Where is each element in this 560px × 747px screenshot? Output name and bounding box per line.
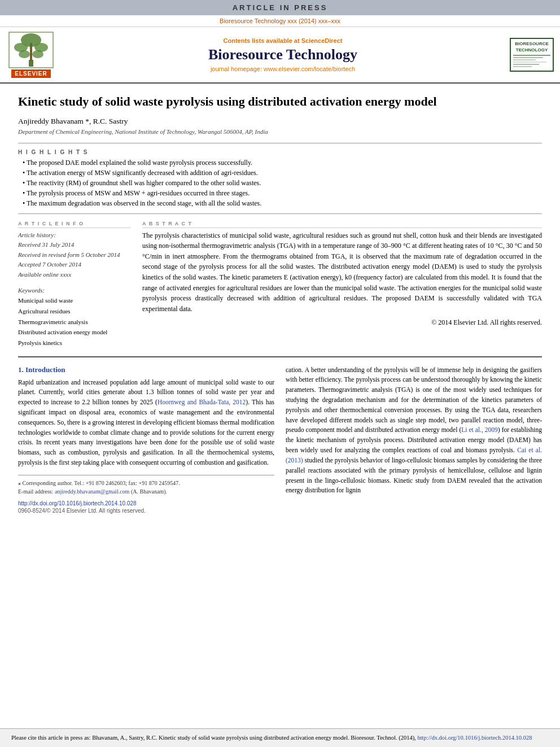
elsevier-label: ELSEVIER — [11, 69, 50, 78]
abstract-column: A B S T R A C T The pyrolysis characteri… — [142, 221, 542, 348]
highlight-item-3: The reactivity (RM) of groundnut shell w… — [23, 179, 542, 187]
science-direct-link: Contents lists available at ScienceDirec… — [61, 37, 505, 44]
li-et-al-link[interactable]: Li et al., 2009 — [461, 426, 498, 433]
email-note: E-mail address: anjireddy.bhavanam@gmail… — [18, 487, 274, 496]
keyword-4: Distributed activation energy model — [18, 327, 131, 338]
keyword-2: Agricultural residues — [18, 306, 131, 317]
abstract-text: The pyrolysis characteristics of municip… — [142, 230, 542, 314]
keyword-5: Pyrolysis kinetics — [18, 338, 131, 348]
available-online: Available online xxxx — [18, 270, 131, 280]
journal-homepage: journal homepage: www.elsevier.com/locat… — [61, 65, 505, 72]
authors-line: Anjireddy Bhavanam *, R.C. Sastry — [18, 117, 542, 126]
article-title: Kinetic study of solid waste pyrolysis u… — [18, 94, 542, 110]
highlight-item-1: The proposed DAE model explained the sol… — [23, 159, 542, 167]
highlight-item-5: The maximum degradation was observed in … — [23, 199, 542, 208]
abstract-heading: A B S T R A C T — [142, 221, 542, 228]
hoornweg-citation-link[interactable]: Hoornweg and Bhada-Tata, 2012 — [158, 399, 246, 405]
cai-et-al-link[interactable]: Cai et al. (2013) — [286, 447, 542, 464]
keywords-label: Keywords: — [18, 286, 131, 296]
abstract-copyright: © 2014 Elsevier Ltd. All rights reserved… — [142, 317, 542, 328]
copyright-line: 0960-8524/© 2014 Elsevier Ltd. All right… — [18, 508, 274, 514]
main-content: Kinetic study of solid waste pyrolysis u… — [0, 84, 560, 728]
doi-line: Bioresource Technology xxx (2014) xxx–xx… — [0, 15, 560, 27]
keyword-1: Municipal solid waste — [18, 295, 131, 306]
article-info-heading: A R T I C L E I N F O — [18, 221, 131, 228]
accepted-date: Accepted 7 October 2014 — [18, 260, 131, 270]
history-label: Article history: — [18, 230, 131, 241]
elsevier-logo-left: ELSEVIER — [6, 32, 56, 78]
divider-after-highlights — [18, 213, 542, 214]
major-divider — [18, 356, 542, 357]
footnote-area: ⁎ Corresponding author. Tel.: +91 870 24… — [18, 475, 274, 496]
bioresource-badge: BIORESOURCETECHNOLOGY — [509, 38, 554, 72]
intro-section-title: 1. Introduction — [18, 365, 274, 374]
highlight-item-2: The activation energy of MSW significant… — [23, 169, 542, 177]
highlights-section: H I G H L I G H T S The proposed DAE mod… — [18, 149, 542, 208]
corresponding-author-note: ⁎ Corresponding author. Tel.: +91 870 24… — [18, 479, 274, 487]
body-left-col: 1. Introduction Rapid urbanization and i… — [18, 365, 274, 514]
doi-link[interactable]: http://dx.doi.org/10.1016/j.biortech.201… — [18, 500, 274, 506]
svg-point-5 — [19, 50, 30, 58]
elsevier-tree-icon — [8, 32, 54, 68]
keyword-3: Thermogravimetric analysis — [18, 317, 131, 327]
affiliation: Department of Chemical Engineering, Nati… — [18, 128, 542, 135]
keywords-section: Keywords: Municipal solid waste Agricult… — [18, 286, 131, 348]
highlights-heading: H I G H L I G H T S — [18, 149, 542, 155]
doi-links-area: http://dx.doi.org/10.1016/j.biortech.201… — [18, 500, 274, 514]
right-col-text: cation. A better understanding of the py… — [286, 365, 542, 496]
article-in-press-banner: ARTICLE IN PRESS — [0, 0, 560, 15]
article-info-abstract-section: A R T I C L E I N F O Article history: R… — [18, 221, 542, 348]
journal-center-info: Contents lists available at ScienceDirec… — [61, 37, 505, 72]
citation-box: Please cite this article in press as: Bh… — [0, 728, 560, 747]
svg-point-6 — [32, 50, 43, 58]
intro-paragraph: Rapid urbanization and increased populat… — [18, 378, 274, 468]
email-link[interactable]: anjireddy.bhavanam@gmail.com — [55, 488, 129, 495]
citation-doi-link[interactable]: http://dx.doi.org/10.1016/j.biortech.201… — [417, 735, 532, 741]
received-date: Received 31 July 2014 — [18, 240, 131, 250]
body-columns: 1. Introduction Rapid urbanization and i… — [18, 365, 542, 514]
article-history: Article history: Received 31 July 2014 R… — [18, 230, 131, 280]
highlights-list: The proposed DAE model explained the sol… — [18, 159, 542, 208]
journal-title: Bioresource Technology — [61, 46, 505, 63]
received-revised-date: Received in revised form 5 October 2014 — [18, 250, 131, 260]
journal-header: ELSEVIER Contents lists available at Sci… — [0, 27, 560, 84]
body-right-col: cation. A better understanding of the py… — [286, 365, 542, 514]
article-info-column: A R T I C L E I N F O Article history: R… — [18, 221, 131, 348]
highlight-item-4: The pyrolysis process of MSW and MSW + a… — [23, 189, 542, 198]
divider-after-affiliation — [18, 143, 542, 143]
